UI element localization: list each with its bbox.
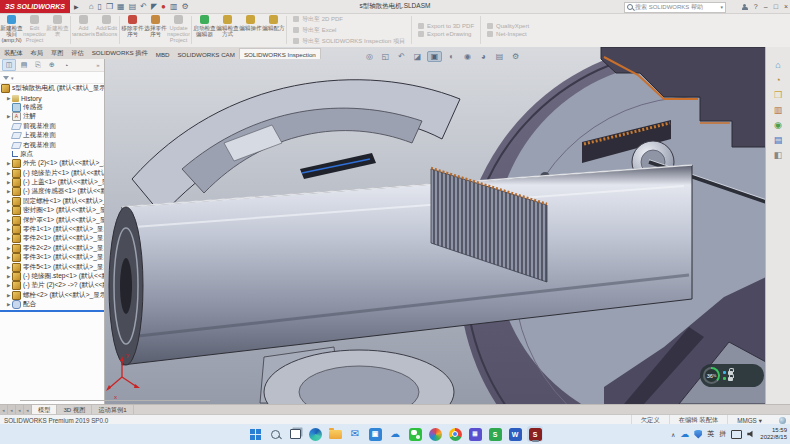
display-tray-icon[interactable] xyxy=(731,430,742,439)
previous-view-icon[interactable]: ↶ xyxy=(395,52,408,61)
tree-item[interactable]: 前视基准面 xyxy=(0,122,104,131)
ribbon-menu-item[interactable]: 导出至 2D PDF xyxy=(293,15,405,24)
dictionary-icon[interactable]: ≣ xyxy=(467,426,483,442)
onedrive-tray-icon[interactable]: ☁ xyxy=(680,429,689,439)
dimxpert-manager-tab[interactable]: ⊕ xyxy=(46,60,58,70)
tree-item[interactable]: ▶配合 xyxy=(0,300,104,309)
tree-item[interactable]: 传感器 xyxy=(0,103,104,112)
select-icon[interactable]: ◤ xyxy=(151,2,157,11)
tab-装配体[interactable]: 装配体 xyxy=(0,47,27,59)
tree-item[interactable]: 原点 xyxy=(0,150,104,159)
tree-item[interactable]: ▶(-) 垫片 (2)<2> ->? (默认<<默认> xyxy=(0,281,104,290)
search-input[interactable]: 搜索 SOLIDWORKS 帮助 ▾ xyxy=(624,2,726,13)
ribbon-button-12[interactable]: 编辑配方 xyxy=(262,13,285,47)
ribbon-menu-item[interactable]: 导出至 SOLIDWORKS Inspection 项目 xyxy=(293,37,405,46)
save-icon[interactable]: ▦ xyxy=(117,2,125,11)
ribbon-button-9[interactable]: 启动检查编辑器 xyxy=(193,13,216,47)
tab-SOLIDWORKS CAM[interactable]: SOLIDWORKS CAM xyxy=(173,49,238,59)
volume-icon[interactable] xyxy=(747,430,755,438)
start-button[interactable] xyxy=(247,426,263,442)
tree-item[interactable]: 右视基准面 xyxy=(0,140,104,149)
custom-properties-icon[interactable]: ▤ xyxy=(774,135,783,145)
home-icon[interactable]: ⌂ xyxy=(775,60,780,70)
photos-icon[interactable] xyxy=(427,426,443,442)
ribbon-button-8[interactable]: Update Inspection Project xyxy=(167,13,190,47)
word-icon[interactable]: W xyxy=(507,426,523,442)
tree-item[interactable]: ▶A注解 xyxy=(0,112,104,121)
tab-布局[interactable]: 布局 xyxy=(27,47,47,59)
hide-show-items-icon[interactable]: ◉ xyxy=(461,52,474,61)
help-button[interactable]: ? xyxy=(754,3,758,10)
ribbon-menu-item[interactable]: QualityXpert xyxy=(487,23,529,29)
tree-item[interactable]: 上视基准面 xyxy=(0,131,104,140)
view-settings-icon[interactable]: ⚙ xyxy=(509,52,522,61)
tree-filter[interactable]: ▾ xyxy=(0,72,104,84)
language-indicator[interactable]: 英 xyxy=(707,429,714,439)
security-shield-icon[interactable] xyxy=(694,430,702,439)
tree-item[interactable]: ▶零件3<1> (默认<<默认>_显示状态 xyxy=(0,253,104,262)
tab-SOLIDWORKS 插件[interactable]: SOLIDWORKS 插件 xyxy=(88,47,152,59)
chrome-icon[interactable] xyxy=(447,426,463,442)
tree-item[interactable]: ▶零件1<1> (默认<<默认>_显示状态 xyxy=(0,225,104,234)
file-properties-icon[interactable]: ▥ xyxy=(170,2,178,11)
panel-overflow-icon[interactable]: » xyxy=(94,60,102,70)
tree-item[interactable]: ▶密封圈<1> (默认<<默认>_显示状 xyxy=(0,206,104,215)
ribbon-menu-item[interactable]: Export to 3D PDF xyxy=(418,23,474,29)
file-explorer-icon[interactable] xyxy=(327,426,343,442)
section-view-icon[interactable]: ◪ xyxy=(411,52,424,61)
onedrive-icon[interactable]: ☁ xyxy=(387,426,403,442)
pane-options-icon[interactable]: ◧ xyxy=(774,150,783,160)
property-manager-tab[interactable]: ▤ xyxy=(18,60,30,70)
ribbon-menu-item[interactable]: Net-Inspect xyxy=(487,31,529,37)
3d-viewport[interactable]: x y xyxy=(104,47,766,404)
print-icon[interactable]: ▤ xyxy=(129,2,137,11)
tree-item[interactable]: ▶(-) 绝缘圈.step<1> (默认<<默认> xyxy=(0,272,104,281)
help-globe-icon[interactable] xyxy=(779,417,786,424)
notes-app-icon[interactable]: S xyxy=(487,426,503,442)
tree-item[interactable]: ▶零件2<1> (默认<<默认>_显示状态 xyxy=(0,234,104,243)
rollback-bar[interactable] xyxy=(0,310,104,312)
feature-tree-root[interactable]: s型轴散热电机 (默认<默认_显示状态-1 xyxy=(0,84,104,93)
new-document-icon[interactable]: ▯ xyxy=(98,2,102,11)
display-manager-tab[interactable]: ◔ xyxy=(60,60,72,70)
tree-item[interactable]: ▶(-) 温度传感器<1> (默认<<默认>_ xyxy=(0,187,104,196)
search-button[interactable] xyxy=(267,426,283,442)
task-view-button[interactable] xyxy=(287,426,303,442)
tree-item[interactable]: ▶螺栓<2> (默认<<默认>_显示状态 xyxy=(0,291,104,300)
ribbon-button-6[interactable]: 移除零件序号 xyxy=(121,13,144,47)
view-palette-icon[interactable]: ▥ xyxy=(774,105,783,115)
ribbon-button-4[interactable]: Add Characteristic xyxy=(72,13,95,47)
minimize-button[interactable]: – xyxy=(764,3,768,10)
edit-appearance-icon[interactable]: ◕ xyxy=(477,52,490,61)
3d-model-canvas[interactable]: x y xyxy=(104,47,766,404)
appearances-icon[interactable]: ◉ xyxy=(774,120,782,130)
display-style-icon[interactable]: ◐ xyxy=(445,52,458,61)
tree-item[interactable]: ▶外壳 (2)<1> (默认<<默认>_显示状 xyxy=(0,159,104,168)
menu-expand-icon[interactable]: ▶ xyxy=(74,3,79,10)
tab-评估[interactable]: 评估 xyxy=(67,47,87,59)
hidden-icons-chevron[interactable]: ∧ xyxy=(671,431,675,438)
tree-item[interactable]: ▶History xyxy=(0,93,104,102)
units-caret-icon[interactable]: ▾ xyxy=(759,417,762,424)
tree-item[interactable]: ▶(-) 上盖<1> (默认<<默认>_显示状 xyxy=(0,178,104,187)
ribbon-menu-item[interactable]: 导出至 Excel xyxy=(293,26,405,35)
tab-MBD[interactable]: MBD xyxy=(152,49,174,59)
wechat-icon[interactable] xyxy=(407,426,423,442)
undo-icon[interactable]: ↶ xyxy=(140,2,147,11)
tree-item[interactable]: ▶(-) 绝缘垫片<1> (默认<<默认>_显示 xyxy=(0,169,104,178)
tree-item[interactable]: ▶零件5<1> (默认<<默认>_显示状态 xyxy=(0,262,104,271)
apply-scene-icon[interactable]: ▤ xyxy=(493,52,506,61)
login-icon[interactable] xyxy=(742,4,748,10)
ribbon-button-7[interactable]: 选择零件序号 xyxy=(144,13,167,47)
ribbon-button-3[interactable]: 新建检查表 xyxy=(46,13,69,47)
ribbon-menu-item[interactable]: Export eDrawing xyxy=(418,31,474,37)
mail-icon[interactable]: ✉ xyxy=(347,426,363,442)
tree-item[interactable]: ▶零件2<2> (默认<<默认>_显示状态 xyxy=(0,244,104,253)
tree-item[interactable]: ▶保护罩<1> (默认<<默认>_显示状 xyxy=(0,215,104,224)
search-caret-icon[interactable]: ▾ xyxy=(720,4,723,10)
ribbon-button-11[interactable]: 编辑操作 xyxy=(239,13,262,47)
ribbon-button-5[interactable]: Add/Edit Balloons xyxy=(95,13,118,47)
open-icon[interactable]: ❒ xyxy=(106,2,113,11)
feature-tree-tab[interactable]: ◫ xyxy=(2,59,16,71)
restore-button[interactable]: □ xyxy=(774,3,778,10)
